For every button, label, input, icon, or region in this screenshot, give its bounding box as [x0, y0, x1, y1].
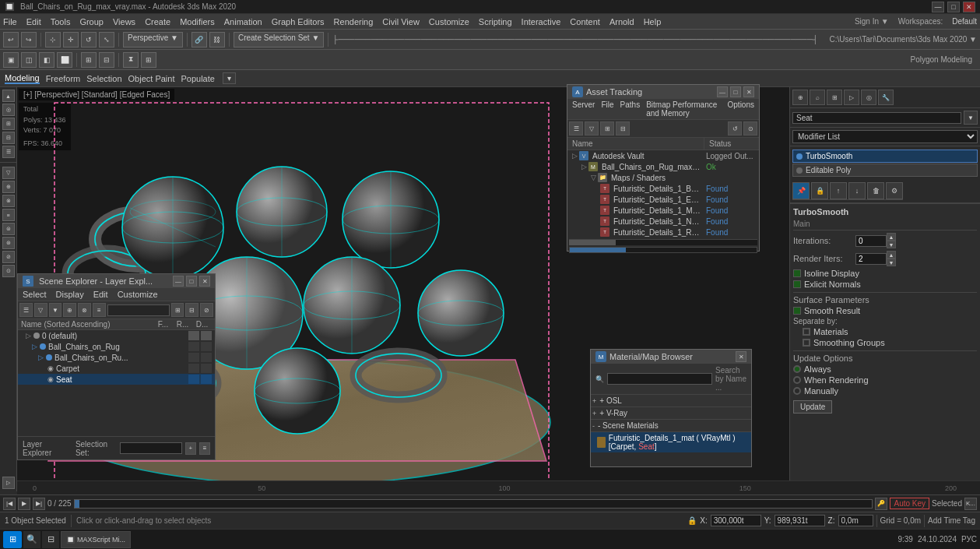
hierarchy-icon[interactable]: ⊞	[827, 90, 842, 105]
at-tb-btn-2[interactable]: ▽	[585, 121, 599, 135]
se-row-3[interactable]: ◉ Carpet	[18, 363, 215, 374]
maximize-button[interactable]: □	[947, 2, 960, 12]
left-icon-4[interactable]: ⊟	[2, 132, 15, 144]
anim-next-btn[interactable]: ▶|	[33, 498, 45, 510]
motion-icon[interactable]: ▷	[844, 90, 859, 105]
sign-in[interactable]: Sign In ▼	[855, 17, 889, 26]
se-row-0[interactable]: ▷ 0 (default)	[18, 330, 215, 341]
left-icon-12[interactable]: ⊘	[2, 251, 15, 263]
se-row-4[interactable]: ◉ Seat	[18, 374, 215, 385]
ts-spin-down[interactable]: ▼	[887, 241, 896, 248]
at-tb-btn-5[interactable]: ↺	[728, 121, 742, 135]
select-button[interactable]: ⊹	[45, 32, 61, 48]
ts-explicit-checkbox[interactable]	[793, 280, 801, 288]
taskview-btn[interactable]: ⊟	[42, 531, 59, 548]
menu-customize[interactable]: Customize	[429, 17, 469, 26]
se-menu-display[interactable]: Display	[56, 290, 84, 299]
mod-tab-lock[interactable]: 🔒	[811, 182, 828, 199]
left-icon-bottom[interactable]: ▷	[2, 477, 15, 489]
se-row-2[interactable]: ▷ Ball_Chairs_on_Ru...	[18, 352, 215, 363]
se-row-1[interactable]: ▷ Ball_Chairs_on_Rug	[18, 341, 215, 352]
utilities-icon[interactable]: 🔧	[878, 90, 894, 105]
anim-prev-btn[interactable]: |◀	[3, 498, 16, 510]
left-icon-2[interactable]: ◎	[2, 104, 15, 116]
modify-icon[interactable]: ⌕	[810, 90, 825, 105]
mb-osl-section[interactable]: + + OSL	[591, 395, 751, 407]
at-minimize-btn[interactable]: —	[717, 86, 728, 97]
layer-explorer-btn-2[interactable]: ≡	[199, 442, 210, 455]
left-icon-6[interactable]: ▽	[2, 167, 15, 179]
at-scrollbar[interactable]	[569, 239, 757, 245]
perspective-btn[interactable]: Perspective ▼	[123, 32, 183, 48]
left-icon-13[interactable]: ⊙	[2, 265, 15, 277]
mirror-icon[interactable]: ⧗	[123, 52, 139, 68]
left-icon-11[interactable]: ⊛	[2, 237, 15, 249]
mod-tab-options[interactable]: ⚙	[886, 182, 903, 199]
se-tb-btn-4[interactable]: ⊕	[63, 303, 76, 317]
at-row-vault[interactable]: ▷ V Autodesk Vault Logged Out...	[567, 150, 759, 161]
mod-tab-delete[interactable]: 🗑	[867, 182, 884, 199]
ts-spin-up[interactable]: ▲	[887, 233, 896, 241]
se-filter-input[interactable]	[107, 304, 170, 316]
ts-when-rendering-radio[interactable]	[793, 376, 801, 384]
se-tb-btn-9[interactable]: ⊘	[200, 303, 213, 317]
se-tb-btn-3[interactable]: ▼	[49, 303, 62, 317]
se-tb-btn-2[interactable]: ▽	[34, 303, 47, 317]
anim-play-btn[interactable]: ▶	[18, 498, 30, 510]
display-icon[interactable]: ◎	[861, 90, 876, 105]
mb-scene-section[interactable]: - - Scene Materials	[591, 420, 751, 432]
scale-button[interactable]: ⤡	[99, 32, 114, 48]
se-tb-btn-8[interactable]: ⊟	[185, 303, 198, 317]
at-restore-btn[interactable]: □	[730, 86, 741, 97]
se-menu-edit[interactable]: Edit	[93, 290, 108, 299]
se-minimize-btn[interactable]: —	[173, 276, 184, 287]
align-icon[interactable]: ⊟	[99, 52, 114, 68]
link-button[interactable]: 🔗	[191, 32, 207, 48]
prop-search-input[interactable]	[792, 112, 961, 124]
freeform-tab[interactable]: Freeform	[46, 74, 81, 83]
at-menu-options[interactable]: Options	[728, 100, 754, 118]
modifier-list-dropdown[interactable]: Modifier List	[792, 130, 978, 143]
menu-views[interactable]: Views	[113, 17, 135, 26]
poly-icon-2[interactable]: ◫	[21, 52, 37, 68]
ts-render-spin-up[interactable]: ▲	[887, 251, 896, 259]
close-button[interactable]: ✕	[963, 2, 975, 12]
modifier-editable-poly[interactable]: Editable Poly	[792, 164, 978, 177]
poly-icon-4[interactable]: ⬜	[57, 52, 72, 68]
anim-auto-key-btn[interactable]: Auto Key	[890, 498, 929, 509]
ts-render-iters-spinner[interactable]: ▲ ▼	[855, 251, 896, 266]
layer-explorer-btn-1[interactable]: +	[185, 442, 196, 455]
menu-modifiers[interactable]: Modifiers	[180, 17, 215, 26]
rotate-button[interactable]: ↺	[81, 32, 97, 48]
mod-tab-move-down[interactable]: ↓	[848, 182, 866, 199]
left-icon-1[interactable]: ▲	[2, 90, 15, 102]
at-close-btn[interactable]: ✕	[743, 86, 754, 97]
left-icon-5[interactable]: ☰	[2, 146, 15, 158]
at-row-tex-3[interactable]: T Futuristic_Details_1_Metallic.png Foun…	[567, 205, 759, 216]
at-tb-btn-1[interactable]: ☰	[569, 121, 583, 135]
minimize-button[interactable]: —	[932, 2, 944, 12]
move-button[interactable]: ✛	[63, 32, 79, 48]
ts-always-radio[interactable]	[793, 365, 801, 373]
poly-icon-3[interactable]: ◧	[39, 52, 54, 68]
object-paint-tab[interactable]: Object Paint	[128, 74, 175, 83]
sb-y-input[interactable]	[775, 515, 825, 526]
undo-button[interactable]: ↩	[3, 32, 19, 48]
create-selection-set-btn[interactable]: Create Selection Set ▼	[234, 32, 324, 48]
se-menu-customize[interactable]: Customize	[118, 290, 158, 299]
at-row-maps[interactable]: ▽ 📁 Maps / Shaders	[567, 172, 759, 183]
at-row-tex-2[interactable]: T Futuristic_Details_1_Emissive.png Foun…	[567, 194, 759, 205]
modeling-tab[interactable]: Modeling	[5, 73, 40, 84]
prop-search-btn[interactable]: ▼	[964, 111, 978, 125]
at-row-tex-1[interactable]: T Futuristic_Details_1_BaseColor.png Fou…	[567, 183, 759, 194]
menu-help[interactable]: Help	[644, 17, 662, 26]
mb-material-item-1[interactable]: Futuristic_Details_1_mat ( VRayMtl ) [Ca…	[591, 432, 751, 452]
ts-isoline-checkbox[interactable]	[793, 269, 801, 277]
create-icon[interactable]: ⊕	[792, 90, 808, 105]
at-tb-btn-4[interactable]: ⊟	[616, 121, 630, 135]
menu-interactive[interactable]: Interactive	[522, 17, 561, 26]
sb-add-time-tag[interactable]: Add Time Tag	[928, 516, 975, 525]
unlink-button[interactable]: ⛓	[209, 32, 225, 48]
anim-key-btn[interactable]: 🔑	[875, 498, 887, 510]
se-restore-btn[interactable]: □	[186, 276, 197, 287]
